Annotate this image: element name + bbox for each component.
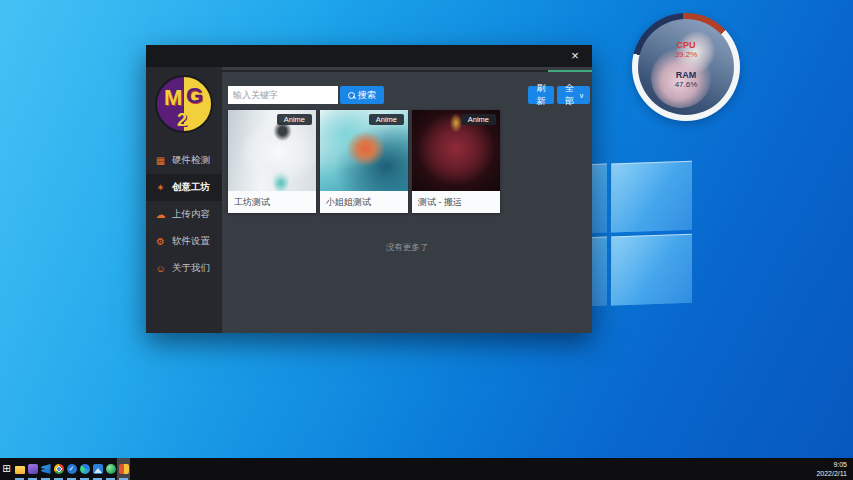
cpu-label: CPU xyxy=(676,41,695,50)
taskbar-icon-mg2-active[interactable] xyxy=(117,458,130,480)
app-window: × M G 2 ▦ 硬件检测 ✶ 创意工坊 ☁ xyxy=(146,45,592,333)
taskbar-icon-photos[interactable] xyxy=(91,458,104,480)
taskbar-icon-vscode[interactable] xyxy=(39,458,52,480)
workshop-content: 搜索 刷新 全部 ∨ Anime 工坊测试 xyxy=(222,72,592,333)
ram-usage-value: 47.6% xyxy=(675,80,698,89)
logo-letter-m: M xyxy=(164,85,182,111)
windows-logo-pane xyxy=(611,161,692,233)
sidebar-item-label: 上传内容 xyxy=(172,208,210,221)
checkmark-app-icon: ✓ xyxy=(67,464,77,474)
hardware-monitor-widget[interactable]: CPU 39.2% RAM 47.6% xyxy=(632,13,740,121)
cpu-usage-value: 39.2% xyxy=(675,50,698,59)
sidebar-item-upload[interactable]: ☁ 上传内容 xyxy=(146,201,222,228)
hardware-detect-icon: ▦ xyxy=(155,155,166,166)
workshop-card-grid: Anime 工坊测试 Anime 小姐姐测试 Anime 测试 - 搬运 xyxy=(228,110,500,213)
edge-icon xyxy=(80,464,90,474)
category-badge: Anime xyxy=(461,114,496,125)
taskbar-icon-edge[interactable] xyxy=(78,458,91,480)
sidebar: M G 2 ▦ 硬件检测 ✶ 创意工坊 ☁ 上传内容 ⚙ xyxy=(146,67,222,333)
sidebar-item-settings[interactable]: ⚙ 软件设置 xyxy=(146,228,222,255)
refresh-button[interactable]: 刷新 xyxy=(528,86,554,104)
category-badge: Anime xyxy=(277,114,312,125)
green-sphere-app-icon xyxy=(106,464,116,474)
chrome-icon xyxy=(54,464,64,474)
card-title: 工坊测试 xyxy=(228,191,316,213)
no-more-text: 没有更多了 xyxy=(222,242,592,254)
photos-app-icon xyxy=(93,464,103,474)
vscode-icon xyxy=(41,464,51,474)
app-logo: M G 2 xyxy=(155,75,213,133)
taskbar-icon-green-app[interactable] xyxy=(104,458,117,480)
logo-letter-g: G xyxy=(186,83,203,109)
filter-label: 全部 xyxy=(563,82,576,108)
clock-date: 2022/2/11 xyxy=(816,469,847,478)
windows-logo-pane xyxy=(611,234,692,306)
card-title: 小姐姐测试 xyxy=(320,191,408,213)
filter-dropdown[interactable]: 全部 ∨ xyxy=(557,86,590,104)
about-users-icon: ☺ xyxy=(155,263,166,274)
search-input[interactable] xyxy=(228,86,338,104)
taskbar: ⊞ ✓ 9:05 2022/2/11 xyxy=(0,458,853,480)
sidebar-item-hardware-detect[interactable]: ▦ 硬件检测 xyxy=(146,147,222,174)
workshop-card[interactable]: Anime 工坊测试 xyxy=(228,110,316,213)
card-thumbnail-dancer: Anime xyxy=(228,110,316,191)
refresh-button-label: 刷新 xyxy=(534,82,548,108)
taskbar-icon-check-app[interactable]: ✓ xyxy=(65,458,78,480)
sidebar-item-label: 关于我们 xyxy=(172,262,210,275)
ram-label: RAM xyxy=(676,71,697,80)
search-icon xyxy=(348,92,355,99)
search-button[interactable]: 搜索 xyxy=(340,86,384,104)
sidebar-item-label: 软件设置 xyxy=(172,235,210,248)
taskbar-clock[interactable]: 9:05 2022/2/11 xyxy=(816,458,853,480)
folder-icon xyxy=(15,466,25,474)
card-thumbnail-miku: Anime xyxy=(320,110,408,191)
sidebar-item-label: 创意工坊 xyxy=(172,181,210,194)
taskbar-icon-purple-app[interactable] xyxy=(26,458,39,480)
sidebar-item-label: 硬件检测 xyxy=(172,154,210,167)
taskbar-icons: ⊞ ✓ xyxy=(0,458,130,480)
search-button-label: 搜索 xyxy=(358,89,376,102)
taskbar-icon-chrome[interactable] xyxy=(52,458,65,480)
card-thumbnail-queen: Anime xyxy=(412,110,500,191)
workshop-card[interactable]: Anime 小姐姐测试 xyxy=(320,110,408,213)
taskbar-icon-file-explorer[interactable] xyxy=(13,458,26,480)
settings-gear-icon: ⚙ xyxy=(155,236,166,247)
purple-app-icon xyxy=(28,464,38,474)
mg2-app-icon xyxy=(119,464,129,474)
start-button[interactable]: ⊞ xyxy=(0,458,13,480)
card-title: 测试 - 搬运 xyxy=(412,191,500,213)
sidebar-menu: ▦ 硬件检测 ✶ 创意工坊 ☁ 上传内容 ⚙ 软件设置 ☺ 关于我们 xyxy=(146,147,222,282)
chevron-down-icon: ∨ xyxy=(579,92,584,99)
clock-time: 9:05 xyxy=(816,460,847,469)
category-badge: Anime xyxy=(369,114,404,125)
sidebar-item-workshop[interactable]: ✶ 创意工坊 xyxy=(146,174,222,201)
title-bar[interactable]: × xyxy=(146,45,592,67)
windows-start-icon: ⊞ xyxy=(2,464,10,474)
logo-digit-2: 2 xyxy=(177,110,187,131)
monitor-art: CPU 39.2% RAM 47.6% xyxy=(638,19,734,115)
workshop-icon: ✶ xyxy=(155,182,166,193)
desktop: CPU 39.2% RAM 47.6% × M G 2 ▦ 硬件检测 xyxy=(0,0,853,480)
monitor-readouts: CPU 39.2% RAM 47.6% xyxy=(638,19,734,115)
workshop-card[interactable]: Anime 测试 - 搬运 xyxy=(412,110,500,213)
upload-cloud-icon: ☁ xyxy=(155,209,166,220)
close-icon[interactable]: × xyxy=(564,47,586,65)
sidebar-item-about[interactable]: ☺ 关于我们 xyxy=(146,255,222,282)
